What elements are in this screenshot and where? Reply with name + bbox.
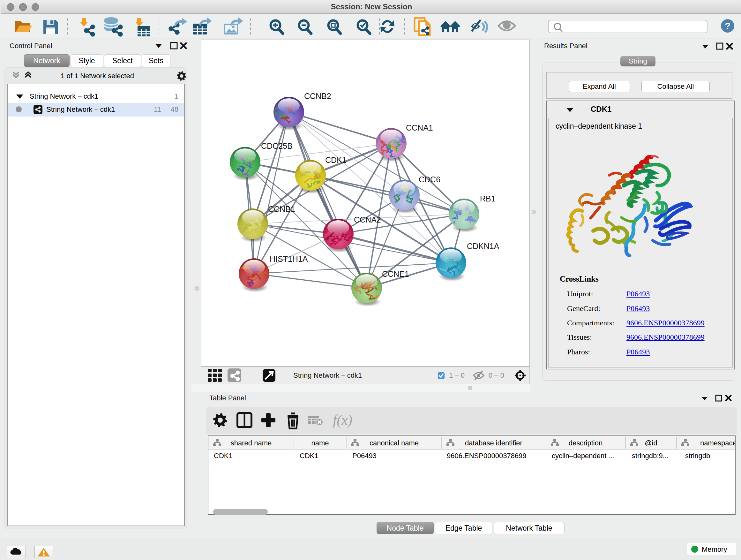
svg-text:database identifier: database identifier bbox=[465, 439, 522, 447]
svg-text:CCNB1: CCNB1 bbox=[268, 205, 295, 213]
svg-text:name: name bbox=[311, 439, 329, 447]
svg-text:CCNE1: CCNE1 bbox=[382, 269, 409, 278]
svg-text:@id: @id bbox=[645, 439, 657, 447]
svg-text:CDKN1A: CDKN1A bbox=[467, 242, 499, 251]
svg-text:CCNA2: CCNA2 bbox=[354, 215, 381, 224]
svg-text:CDK1: CDK1 bbox=[325, 155, 347, 165]
svg-text:CCNA1: CCNA1 bbox=[406, 123, 433, 132]
svg-text:shared name: shared name bbox=[231, 439, 272, 447]
svg-text:canonical name: canonical name bbox=[369, 439, 419, 447]
svg-text:CDC6: CDC6 bbox=[419, 175, 441, 184]
svg-text:namespace: namespace bbox=[700, 439, 735, 447]
svg-text:CCNB2: CCNB2 bbox=[304, 91, 331, 101]
svg-text:f(x): f(x) bbox=[333, 412, 352, 428]
svg-text:description: description bbox=[569, 439, 603, 447]
svg-text:RB1: RB1 bbox=[480, 194, 495, 203]
svg-text:CDC25B: CDC25B bbox=[261, 141, 293, 150]
svg-text:HIST1H1A: HIST1H1A bbox=[270, 254, 308, 263]
